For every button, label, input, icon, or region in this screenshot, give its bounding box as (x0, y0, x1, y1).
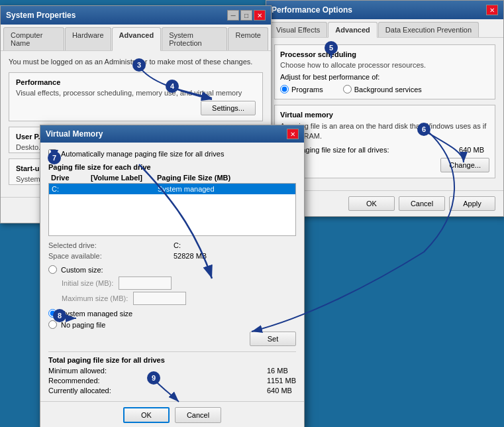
auto-manage-row: Automatically manage paging file size fo… (48, 149, 296, 158)
vm-dialog-content: Automatically manage paging file size fo… (40, 143, 304, 401)
custom-size-label: Custom size: (61, 266, 103, 274)
perf-apply-button[interactable]: Apply (449, 196, 495, 211)
tab-system-protection[interactable]: System Protection (162, 27, 227, 50)
initial-size-label: Initial size (MB): (62, 279, 113, 287)
total-grid: Minimum allowed: 16 MB Recommended: 1151… (48, 367, 296, 395)
paging-table-body[interactable]: C: System managed (48, 183, 296, 236)
badge-5: 5 (325, 41, 338, 54)
bg-services-radio-label[interactable]: Background services (343, 85, 422, 93)
tab-bar: Computer Name Hardware Advanced System P… (1, 25, 271, 51)
vm-dialog-close-button[interactable]: ✕ (287, 129, 299, 139)
programs-radio[interactable] (280, 85, 289, 93)
processor-scheduling-desc: Choose how to allocate processor resourc… (280, 61, 489, 69)
paging-size-cell: System managed (158, 185, 293, 193)
vm-cancel-button[interactable]: Cancel (175, 407, 221, 423)
currently-allocated-label: Currently allocated: (48, 387, 265, 395)
tab-data-execution[interactable]: Data Execution Prevention (378, 22, 479, 37)
perf-close-button[interactable]: ✕ (486, 5, 498, 15)
perf-controls: ✕ (486, 5, 498, 15)
badge-9: 9 (147, 371, 160, 385)
custom-size-radio-row: Custom size: (48, 265, 296, 274)
tab-advanced[interactable]: Advanced (112, 27, 162, 51)
tab-computer-name[interactable]: Computer Name (3, 27, 64, 50)
performance-settings-button[interactable]: Settings... (201, 101, 256, 115)
badge-6: 6 (417, 123, 430, 136)
performance-title: Performance (16, 78, 256, 86)
programs-radio-label[interactable]: Programs (280, 85, 323, 93)
tab-visual-effects[interactable]: Visual Effects (269, 22, 327, 37)
set-btn-row: Set (48, 332, 296, 346)
auto-manage-label: Automatically manage paging file size fo… (61, 150, 224, 158)
recommended-value: 1151 MB (267, 377, 296, 385)
selected-drive-label: Selected drive: (48, 241, 171, 249)
size-fields: Initial size (MB): Maximum size (MB): (62, 276, 296, 305)
vm-ok-button[interactable]: OK (123, 407, 170, 423)
virtual-memory-dialog: Virtual Memory ✕ Automatically manage pa… (40, 125, 305, 427)
badge-4: 4 (166, 80, 179, 93)
tab-perf-advanced[interactable]: Advanced (328, 22, 378, 38)
adjust-label: Adjust for best performance of: (280, 73, 489, 81)
vm-dialog-controls: ✕ (287, 129, 299, 139)
maximum-size-input[interactable] (133, 292, 186, 305)
min-allowed-value: 16 MB (267, 367, 296, 375)
maximum-size-row: Maximum size (MB): (62, 292, 296, 305)
vm-section-title: Virtual memory (280, 111, 489, 119)
maximum-size-label: Maximum size (MB): (62, 294, 128, 302)
vm-total-value: 640 MB (459, 146, 484, 154)
total-section-title: Total paging file size for all drives (48, 356, 296, 364)
vm-dialog-bottom-btns: OK Cancel (40, 401, 304, 427)
perf-titlebar: Performance Options ✕ (266, 1, 503, 19)
badge-3: 3 (132, 58, 146, 72)
system-managed-radio-row: System managed size (48, 309, 296, 318)
perf-ok-button[interactable]: OK (348, 196, 395, 211)
drive-header: Drive (51, 174, 91, 182)
set-button[interactable]: Set (250, 332, 296, 346)
paging-table-section-title: Paging file size for each drive (48, 163, 296, 171)
background-services-radio[interactable] (343, 85, 352, 93)
selected-drive-value: C: (174, 241, 296, 249)
processor-scheduling-title: Processor scheduling (280, 50, 489, 58)
titlebar-controls: ─ □ ✕ (227, 10, 266, 21)
performance-desc: Visual effects, processor scheduling, me… (16, 89, 256, 97)
maximize-button[interactable]: □ (240, 10, 252, 21)
custom-size-radio[interactable] (48, 265, 57, 274)
virtual-memory-section: Virtual memory A paging file is an area … (274, 105, 495, 178)
bg-services-label: Background services (354, 86, 422, 93)
tab-remote[interactable]: Remote (228, 27, 268, 50)
paging-file-size-header: Paging File Size (MB) (157, 174, 293, 182)
performance-section: Performance Visual effects, processor sc… (9, 72, 263, 121)
badge-7: 7 (48, 151, 61, 164)
perf-tab-bar: Visual Effects Advanced Data Execution P… (266, 19, 503, 38)
paging-table-header: Drive [Volume Label] Paging File Size (M… (48, 172, 296, 183)
no-paging-label: No paging file (61, 321, 105, 329)
vm-dialog-title: Virtual Memory (46, 129, 103, 139)
initial-size-row: Initial size (MB): (62, 276, 296, 290)
vm-total-row: Total paging file size for all drives: 6… (280, 146, 489, 154)
close-button[interactable]: ✕ (254, 10, 266, 21)
drive-cell: C: (52, 185, 91, 193)
change-button[interactable]: Change... (440, 158, 489, 172)
no-paging-radio-row: No paging file (48, 320, 296, 329)
no-paging-radio[interactable] (48, 320, 57, 329)
processor-scheduling-section: Processor scheduling Choose how to alloc… (274, 44, 495, 99)
space-available-value: 52828 MB (174, 252, 296, 260)
vm-dialog-titlebar: Virtual Memory ✕ (40, 125, 304, 143)
divider (48, 351, 296, 352)
currently-allocated-value: 640 MB (267, 387, 296, 395)
sys-props-title: System Properties (6, 11, 76, 20)
table-row[interactable]: C: System managed (49, 184, 295, 194)
badge-8: 8 (53, 309, 66, 322)
perf-cancel-button[interactable]: Cancel (399, 196, 445, 211)
space-available-label: Space available: (48, 252, 171, 260)
sys-props-titlebar: System Properties ─ □ ✕ (1, 6, 271, 25)
minimize-button[interactable]: ─ (227, 10, 239, 21)
initial-size-input[interactable] (119, 276, 172, 290)
volume-label-cell (91, 185, 158, 193)
programs-label: Programs (291, 86, 323, 93)
tab-hardware[interactable]: Hardware (65, 27, 111, 50)
volume-label-header: [Volume Label] (91, 174, 157, 182)
vm-desc: A paging file is an area on the hard dis… (280, 121, 489, 142)
perf-title: Performance Options (272, 5, 352, 15)
system-managed-label: System managed size (61, 310, 132, 318)
drive-info-grid: Selected drive: C: Space available: 5282… (48, 241, 296, 260)
